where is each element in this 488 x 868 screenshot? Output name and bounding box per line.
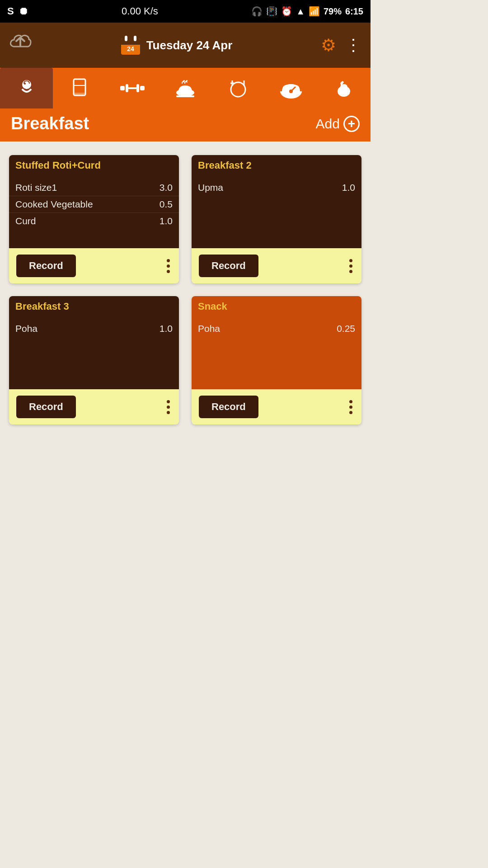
record-indicator-icon: ⏺ [19,5,28,17]
meal-card-breakfast2: Breakfast 2 Upma 1.0 Record [192,155,361,283]
more-options-icon[interactable] [165,257,172,275]
food-qty: 3.0 [160,182,173,193]
card1-body: Roti size1 3.0 Cooked Vegetable 0.5 Curd… [9,176,179,248]
tab-drinks[interactable] [53,68,106,108]
food-name: Cooked Vegetable [15,199,160,210]
svg-point-7 [24,83,26,85]
meal-card-breakfast3: Breakfast 3 Poha 1.0 Record [9,296,179,425]
tab-weight[interactable] [265,68,318,108]
food-row: Poha 0.25 [192,321,361,337]
food-qty: 1.0 [160,216,173,226]
record-button[interactable]: Record [16,255,76,277]
food-qty: 1.0 [160,323,173,334]
food-name: Curd [15,216,160,226]
card2-header: Breakfast 2 [192,155,361,176]
tab-other[interactable] [318,68,371,108]
date-text: Tuesday 24 Apr [146,38,233,52]
svg-point-18 [231,82,245,97]
tab-exercise[interactable] [106,68,159,108]
food-name: Poha [198,323,337,334]
card3-body: Poha 1.0 [9,317,179,389]
food-row: Poha 1.0 [9,321,179,337]
headphone-icon: 🎧 [251,6,263,17]
card4-body: Poha 0.25 [192,317,361,389]
meal-card-stuffed-roti: Stuffed Roti+Curd Roti size1 3.0 Cooked … [9,155,179,283]
tab-bar [0,68,371,108]
top-nav-right: ⚙ ⋮ [321,35,361,55]
food-name: Roti size1 [15,182,160,193]
date-section[interactable]: 24 Tuesday 24 Apr [120,35,233,56]
settings-icon[interactable]: ⚙ [321,35,336,55]
status-left-icons: S ⏺ [7,5,28,17]
food-row: Upma 1.0 [192,179,361,196]
food-name: Upma [198,182,342,193]
food-row: Curd 1.0 [9,213,179,229]
svg-rect-4 [134,36,136,41]
svg-rect-17 [176,95,194,97]
top-nav-bar: 24 Tuesday 24 Apr ⚙ ⋮ [0,23,371,68]
alarm-icon: ⏰ [281,6,292,17]
svg-rect-12 [126,84,128,92]
wifi-icon: ▲ [296,6,305,17]
card2-footer: Record [192,248,361,283]
section-header: Breakfast Add + [0,108,371,142]
svg-rect-3 [125,36,127,41]
time-display: 6:15 [345,6,363,17]
battery-text: 79% [324,6,342,17]
status-bar: S ⏺ 0.00 K/s 🎧 📳 ⏰ ▲ 📶 79% 6:15 [0,0,371,23]
add-circle-icon: + [343,116,360,132]
cards-grid: Stuffed Roti+Curd Roti size1 3.0 Cooked … [0,142,371,438]
tab-hot-food[interactable] [159,68,211,108]
calendar-icon: 24 [120,35,141,56]
svg-rect-11 [120,86,125,90]
add-meal-button[interactable]: Add + [316,116,360,132]
more-options-icon[interactable] [347,257,354,275]
tab-breakfast[interactable] [0,68,53,108]
signal-icon: 📶 [309,6,320,17]
food-row: Roti size1 3.0 [9,179,179,196]
svg-rect-14 [136,84,139,92]
record-button[interactable]: Record [199,396,258,418]
food-qty: 1.0 [342,182,355,193]
status-right-icons: 🎧 📳 ⏰ ▲ 📶 79% 6:15 [251,6,363,17]
card1-header: Stuffed Roti+Curd [9,155,179,176]
food-name: Poha [15,323,160,334]
record-button[interactable]: Record [199,255,258,277]
svg-point-24 [289,90,293,93]
card1-footer: Record [9,248,179,283]
overflow-menu-icon[interactable]: ⋮ [345,36,361,55]
more-options-icon[interactable] [347,398,354,416]
network-speed: 0.00 K/s [122,5,158,17]
svg-rect-10 [74,93,85,95]
upload-icon[interactable] [9,33,32,57]
record-button[interactable]: Record [16,396,76,418]
food-qty: 0.5 [160,199,173,210]
card3-footer: Record [9,389,179,425]
add-label: Add [316,116,340,132]
card4-header: Snack [192,296,361,317]
skype-icon: S [7,5,14,17]
svg-rect-2 [121,43,140,45]
section-title: Breakfast [11,114,89,133]
svg-text:24: 24 [127,45,134,52]
vibrate-icon: 📳 [266,6,277,17]
meal-card-snack: Snack Poha 0.25 Record [192,296,361,425]
more-options-icon[interactable] [165,398,172,416]
svg-rect-15 [140,86,145,90]
food-qty: 0.25 [337,323,355,334]
card2-body: Upma 1.0 [192,176,361,248]
card3-header: Breakfast 3 [9,296,179,317]
tab-lunch[interactable] [212,68,265,108]
food-row: Cooked Vegetable 0.5 [9,196,179,213]
card4-footer: Record [192,389,361,425]
